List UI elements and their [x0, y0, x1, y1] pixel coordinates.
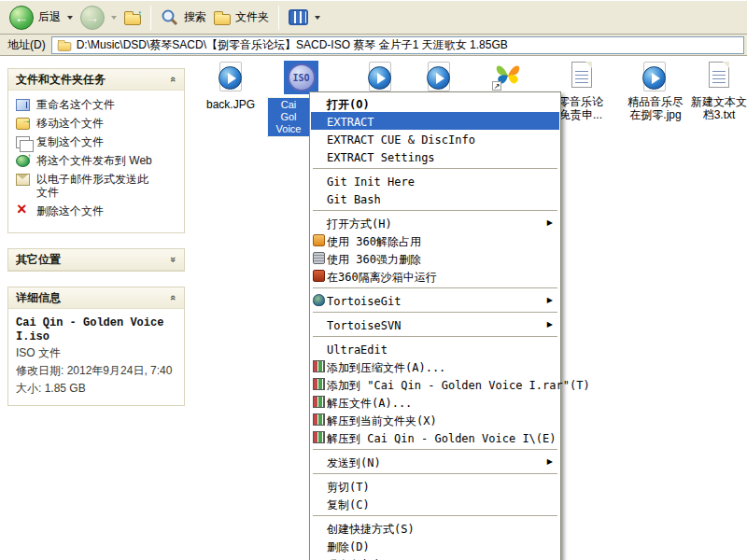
menu-separator — [313, 473, 557, 474]
back-button[interactable]: ← 后退 — [6, 4, 77, 32]
menu-item-360-unlock[interactable]: 使用 360解除占用 — [311, 231, 559, 249]
winrar-icon — [313, 396, 325, 408]
menu-item-extract[interactable]: EXTRACT — [311, 112, 559, 130]
menu-item-create-shortcut[interactable]: 创建快捷方式(S) — [311, 519, 559, 537]
shortcut-arrow-icon: ↗ — [492, 81, 501, 91]
task-rename-file[interactable]: 重命名这个文件 — [16, 98, 178, 111]
address-bar: 地址(D) D:\Music\DSD\蔡琴SACD\【捌零音乐论坛】SACD-I… — [0, 35, 747, 56]
menu-item-rar-extract[interactable]: 解压文件(A)... — [311, 393, 559, 411]
address-input[interactable]: D:\Music\DSD\蔡琴SACD\【捌零音乐论坛】SACD-ISO 蔡琴 … — [51, 36, 744, 54]
menu-item-ultraedit[interactable]: UltraEdit — [311, 340, 559, 357]
menu-item-copy[interactable]: 复制(C) — [311, 495, 559, 512]
forward-button[interactable]: → — [77, 4, 120, 32]
sidebar: 文件和文件夹任务 « 重命名这个文件 移动这个文件 复制这个文件 — [7, 68, 185, 421]
file-back-jpg[interactable]: back.JPG — [205, 62, 256, 111]
winrar-icon — [313, 378, 325, 390]
toolbar-separator — [278, 6, 279, 30]
submenu-arrow-icon: ▶ — [547, 214, 553, 231]
file-label-doc-2[interactable]: 新建文本文 档3.txt — [687, 95, 747, 121]
tortoisegit-icon — [313, 294, 325, 306]
submenu-arrow-icon: ▶ — [547, 453, 553, 470]
360-unlock-icon — [313, 234, 325, 246]
file-shortcut-msn[interactable]: ↗ — [491, 61, 525, 94]
folders-button[interactable]: 文件夹 — [210, 7, 273, 27]
winrar-icon — [313, 431, 325, 443]
file-label-media-4[interactable]: 精品音乐尽 在捌零.jpg — [618, 95, 693, 121]
task-publish-web[interactable]: 将这个文件发布到 Web — [16, 154, 178, 167]
address-path: D:\Music\DSD\蔡琴SACD\【捌零音乐论坛】SACD-ISO 蔡琴 … — [77, 37, 508, 53]
email-icon — [16, 174, 30, 186]
menu-item-rar-extract-to[interactable]: 解压到 Cai Qin - Golden Voice I\(E) — [311, 428, 559, 446]
file-text-doc-2[interactable] — [707, 62, 731, 91]
menu-item-extract-settings[interactable]: EXTRACT Settings — [311, 147, 559, 165]
file-media-3[interactable] — [425, 62, 453, 95]
details-title: 详细信息 — [16, 290, 61, 306]
text-file-icon — [571, 62, 592, 88]
views-icon — [289, 9, 308, 25]
collapse-chevron-icon[interactable]: « — [168, 77, 179, 82]
menu-separator — [313, 168, 557, 169]
details-size: 大小: 1.85 GB — [16, 382, 173, 396]
task-move-file[interactable]: 移动这个文件 — [16, 117, 178, 130]
menu-separator — [313, 449, 557, 450]
menu-separator — [313, 312, 557, 313]
views-dropdown-icon[interactable] — [315, 16, 320, 20]
rename-icon — [16, 99, 30, 111]
menu-item-cut[interactable]: 剪切(T) — [311, 477, 559, 495]
menu-item-rar-extract-here[interactable]: 解压到当前文件夹(X) — [311, 411, 559, 428]
menu-item-git-init[interactable]: Git Init Here — [311, 172, 559, 189]
menu-item-360-force-delete[interactable]: 使用 360强力删除 — [311, 249, 559, 267]
collapse-chevron-icon[interactable]: « — [168, 295, 179, 301]
menu-item-rar-add[interactable]: 添加到压缩文件(A)... — [311, 357, 559, 375]
folders-label: 文件夹 — [235, 9, 269, 25]
submenu-arrow-icon: ▶ — [547, 315, 553, 333]
details-panel: 详细信息 « Cai Qin - Golden Voice I.iso ISO … — [7, 287, 185, 406]
address-label: 地址(D) — [7, 37, 46, 53]
views-button[interactable] — [285, 7, 324, 27]
file-tasks-header[interactable]: 文件和文件夹任务 « — [8, 69, 184, 91]
forward-icon: → — [80, 6, 105, 30]
text-file-icon — [709, 62, 729, 88]
menu-item-open[interactable]: 打开(O) — [311, 94, 559, 112]
other-places-header[interactable]: 其它位置 » — [8, 249, 184, 271]
360-sandbox-icon — [313, 270, 325, 282]
menu-item-extract-cue[interactable]: EXTRACT CUE & DiscInfo — [311, 130, 559, 147]
media-file-icon — [367, 62, 393, 91]
expand-chevron-icon[interactable]: » — [168, 257, 179, 262]
copy-icon — [16, 136, 30, 148]
file-tasks-panel: 文件和文件夹任务 « 重命名这个文件 移动这个文件 复制这个文件 — [7, 68, 185, 233]
back-icon: ← — [9, 6, 34, 30]
task-email-file[interactable]: 以电子邮件形式发送此文件 — [16, 173, 178, 199]
file-text-doc-1[interactable] — [570, 62, 594, 91]
up-button[interactable]: ↑ — [120, 8, 145, 27]
file-media-2[interactable] — [366, 62, 394, 95]
details-modified: 修改日期: 2012年9月24日, 7:40 — [16, 364, 173, 378]
menu-item-open-with[interactable]: 打开方式(H)▶ — [311, 214, 559, 231]
menu-item-360-sandbox[interactable]: 在360隔离沙箱中运行 — [311, 267, 559, 285]
menu-item-tortoisesvn[interactable]: TortoiseSVN▶ — [311, 315, 559, 333]
details-file-type: ISO 文件 — [16, 346, 173, 360]
iso-file-icon: ISO — [284, 61, 318, 94]
file-iso-selected[interactable]: ISO Cai Gol Voice — [284, 61, 318, 94]
search-button[interactable]: 搜索 — [157, 7, 210, 29]
details-header[interactable]: 详细信息 « — [8, 287, 184, 309]
task-delete-file[interactable]: 删除这个文件 — [16, 204, 178, 217]
task-copy-file[interactable]: 复制这个文件 — [16, 135, 178, 148]
winrar-icon — [313, 360, 325, 372]
menu-item-rename[interactable]: 重命名(M) — [311, 554, 559, 560]
other-places-title: 其它位置 — [16, 252, 61, 268]
menu-item-rar-add-named[interactable]: 添加到 "Cai Qin - Golden Voice I.rar"(T) — [311, 375, 559, 393]
menu-item-tortoisegit[interactable]: TortoiseGit▶ — [311, 291, 559, 309]
file-media-4[interactable] — [641, 62, 669, 95]
menu-separator — [313, 210, 557, 211]
menu-item-send-to[interactable]: 发送到(N)▶ — [311, 453, 559, 470]
menu-separator — [313, 336, 557, 337]
details-file-name: Cai Qin - Golden Voice I.iso — [16, 316, 178, 344]
back-dropdown-icon[interactable] — [67, 16, 73, 20]
menu-item-git-bash[interactable]: Git Bash — [311, 189, 559, 207]
folders-icon — [214, 14, 231, 25]
file-tasks-title: 文件和文件夹任务 — [16, 72, 106, 88]
content-area: 文件和文件夹任务 « 重命名这个文件 移动这个文件 复制这个文件 — [0, 57, 747, 560]
context-menu: 打开(O) EXTRACT EXTRACT CUE & DiscInfo EXT… — [309, 91, 561, 560]
menu-item-delete[interactable]: 删除(D) — [311, 537, 559, 554]
